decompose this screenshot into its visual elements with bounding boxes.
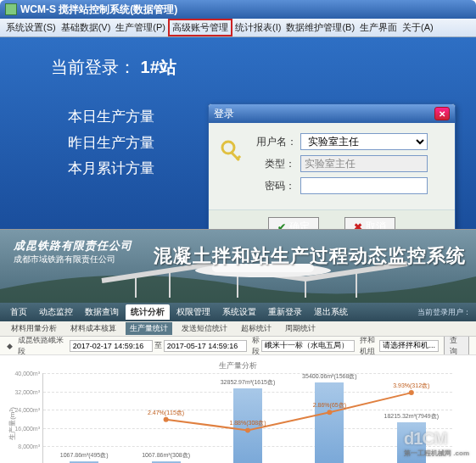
svg-text:2.47%(115盘): 2.47%(115盘) [148, 410, 184, 416]
mixer-select[interactable] [379, 340, 439, 352]
web-nav: 首页动态监控数据查询统计分析权限管理系统设置重新登录退出系统当前登录用户： [0, 303, 476, 321]
menu-item[interactable]: 生产界面 [357, 21, 400, 34]
subnav-item[interactable]: 周期统计 [281, 322, 320, 335]
filter-section-label: 成昆铁路峨米段 [18, 337, 64, 355]
svg-text:1.88%(308盘): 1.88%(308盘) [229, 420, 266, 427]
svg-text:3.93%(312盘): 3.93%(312盘) [393, 382, 429, 389]
login-dialog: 登录 ✕ 用户名： 实验室主任 类型： [208, 103, 456, 248]
current-login-value: 1#站 [141, 58, 176, 76]
nav-item[interactable]: 系统设置 [217, 304, 261, 320]
nav-item[interactable]: 首页 [5, 304, 32, 320]
app-body: 当前登录： 1#站 本日生产方量昨日生产方量本月累计方量 登录 ✕ 用户名： 实… [0, 37, 476, 229]
subnav-item[interactable]: 材料用量分析 [7, 322, 61, 335]
menu-item[interactable]: 系统设置(S) [3, 21, 59, 34]
app-title: WCM-S 搅拌站控制系统(数据管理) [20, 3, 177, 17]
subnav-item[interactable]: 超标统计 [237, 322, 276, 335]
svg-point-11 [164, 417, 169, 422]
chart-title: 生产量分析 [7, 359, 469, 373]
chart-area: 08,000m³16,000m³24,000m³32,000m³40,000m³… [42, 373, 452, 463]
nav-item[interactable]: 重新登录 [263, 304, 307, 320]
web-subnav: 材料用量分析材料成本核算生产量统计发送短信统计超标统计周期统计 [0, 321, 476, 337]
desktop-app-window: WCM-S 搅拌站控制系统(数据管理) 系统设置(S)基础数据(V)生产管理(P… [0, 0, 476, 229]
dialog-titlebar: 登录 ✕ [209, 104, 455, 123]
section-icon: ◆ [7, 342, 13, 350]
menu-item[interactable]: 关于(A) [400, 21, 436, 34]
project-label: 标段 [252, 337, 260, 355]
password-field[interactable] [300, 177, 428, 194]
username-label: 用户名： [256, 135, 295, 149]
nav-item[interactable]: 统计分析 [126, 304, 170, 320]
menu-item[interactable]: 高级账号管理 [168, 19, 232, 36]
chart-panel: 生产量分析 08,000m³16,000m³24,000m³32,000m³40… [0, 355, 476, 462]
date-from-input[interactable] [70, 340, 153, 352]
username-select[interactable]: 实验室主任 [300, 133, 428, 150]
subnav-item[interactable]: 生产量统计 [126, 322, 172, 335]
menu-item[interactable]: 生产管理(P) [113, 21, 168, 34]
dialog-body: 用户名： 实验室主任 类型： 密码： [209, 123, 455, 209]
filter-bar: ◆ 成昆铁路峨米段 至 标段 拌和机组 查询 [0, 337, 476, 355]
mixer-label: 拌和机组 [360, 337, 378, 355]
org-block: 成昆铁路有限责任公司 成都市域铁路有限责任公司 [14, 238, 132, 265]
current-login: 当前登录： 1#站 [51, 56, 459, 79]
svg-point-17 [409, 390, 414, 395]
titlebar: WCM-S 搅拌站控制系统(数据管理) [0, 0, 476, 19]
app-icon [5, 3, 17, 15]
subnav-item[interactable]: 发送短信统计 [177, 322, 232, 335]
y-tick: 40,000m³ [6, 371, 40, 377]
web-dashboard: 成昆铁路有限责任公司 成都市域铁路有限责任公司 混凝土拌和站生产过程动态监控系统… [0, 229, 476, 463]
project-select[interactable] [261, 340, 355, 352]
login-fields: 用户名： 实验室主任 类型： 密码： [256, 133, 446, 199]
nav-item[interactable]: 动态监控 [34, 304, 78, 320]
y-axis-label: 生产量(m³) [8, 407, 17, 440]
subnav-item[interactable]: 材料成本核算 [66, 322, 120, 335]
svg-point-13 [245, 427, 250, 432]
current-login-label: 当前登录： [51, 58, 136, 76]
type-label: 类型： [256, 157, 295, 171]
nav-item[interactable]: 权限管理 [171, 304, 216, 320]
banner: 成昆铁路有限责任公司 成都市域铁路有限责任公司 混凝土拌和站生产过程动态监控系统 [0, 230, 476, 303]
nav-item[interactable]: 退出系统 [309, 304, 353, 320]
menubar: 系统设置(S)基础数据(V)生产管理(P)高级账号管理统计报表(I)数据维护管理… [0, 19, 476, 37]
org-name-2: 成都市域铁路有限责任公司 [14, 254, 132, 265]
org-name-1: 成昆铁路有限责任公司 [14, 238, 132, 254]
y-tick: 32,000m³ [6, 388, 40, 394]
query-button[interactable]: 查询 [444, 337, 469, 355]
line-overlay: 2.47%(115盘)1.88%(308盘)2.86%(65盘)3.93%(31… [43, 373, 452, 463]
y-tick: 8,000m³ [6, 443, 40, 449]
login-user-label: 当前登录用户： [417, 307, 471, 318]
svg-text:2.86%(65盘): 2.86%(65盘) [313, 402, 346, 409]
date-to-input[interactable] [164, 340, 247, 352]
password-label: 密码： [256, 179, 295, 193]
svg-point-15 [327, 410, 332, 415]
menu-item[interactable]: 数据维护管理(B) [283, 21, 357, 34]
menu-item[interactable]: 基础数据(V) [59, 21, 114, 34]
menu-item[interactable]: 统计报表(I) [232, 21, 283, 34]
dialog-title: 登录 [214, 107, 234, 121]
key-icon [217, 137, 248, 167]
system-title: 混凝土拌和站生产过程动态监控系统 [154, 243, 466, 269]
nav-item[interactable]: 数据查询 [80, 304, 124, 320]
close-icon[interactable]: ✕ [434, 107, 450, 120]
type-field [300, 155, 428, 172]
